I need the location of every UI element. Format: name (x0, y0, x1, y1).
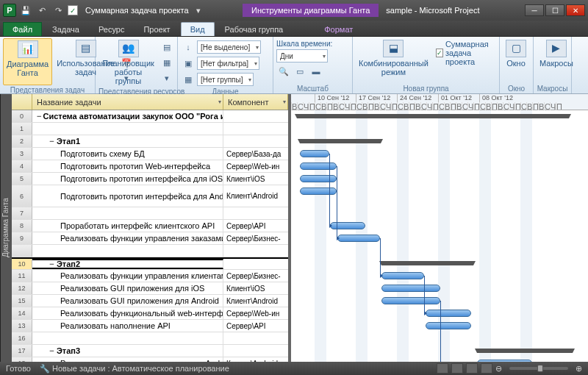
task-name-cell[interactable]: Подготовить прототип Web-интерфейса (32, 160, 223, 172)
zoom-out-button[interactable]: ⊖ (495, 364, 502, 374)
row-number[interactable]: 1 (12, 123, 32, 135)
row-number[interactable]: 10 (12, 259, 32, 269)
component-cell[interactable]: Клиент\iOS (223, 282, 288, 294)
task-bar[interactable] (300, 150, 329, 157)
row-number[interactable]: 2 (12, 135, 32, 147)
component-cell[interactable]: Сервер\Web-ин (223, 160, 288, 172)
row-number[interactable]: 14 (12, 307, 32, 319)
component-cell[interactable]: Клиент\iOS (223, 173, 288, 185)
summary-bar[interactable] (297, 114, 569, 118)
tab-view[interactable]: Вид (181, 22, 215, 36)
task-bar[interactable] (300, 175, 337, 182)
summary-bar[interactable] (477, 349, 573, 353)
task-bar[interactable] (300, 162, 337, 170)
col-header-component[interactable]: Компонент▾ (223, 94, 288, 110)
close-button[interactable]: ✕ (566, 4, 585, 16)
zoom-icon[interactable]: 🔍 (276, 64, 291, 79)
view-shortcut-2[interactable] (451, 363, 463, 374)
qat-customize-icon[interactable]: ▾ (192, 4, 205, 17)
component-cell[interactable]: Сервер\Бизнес- (223, 232, 288, 244)
tab-file[interactable]: Файл (3, 22, 42, 36)
task-name-cell[interactable]: −Этап2 (32, 259, 223, 269)
macros-button[interactable]: ▶Макросы (537, 38, 576, 84)
task-name-cell[interactable]: −Этап1 (32, 135, 223, 147)
other-res-views-icon[interactable]: ▾ (159, 71, 174, 85)
component-cell[interactable]: Сервер\Web-ин (223, 307, 288, 319)
task-bar[interactable] (300, 188, 337, 195)
component-cell[interactable] (223, 207, 288, 219)
row-number[interactable]: 0 (12, 110, 32, 122)
tab-task[interactable]: Задача (43, 23, 88, 36)
row-number[interactable]: 5 (12, 173, 32, 185)
component-cell[interactable]: Сервер\База-да (223, 148, 288, 160)
highlight-combo[interactable]: [Не выделено] (197, 40, 261, 54)
component-cell[interactable] (223, 245, 288, 257)
component-cell[interactable]: Клиент\Android (223, 295, 288, 307)
task-bar[interactable] (330, 222, 365, 229)
view-shortcut-3[interactable] (466, 363, 478, 374)
task-bar[interactable] (381, 272, 424, 279)
component-cell[interactable] (223, 123, 288, 135)
team-planner-button[interactable]: 👥 Планировщик работы группы (98, 38, 158, 87)
summary-bar[interactable] (381, 261, 473, 265)
task-name-cell[interactable]: Реализовать функции управления клиентами (32, 270, 223, 282)
resource-usage-icon[interactable]: ▤ (159, 40, 174, 54)
component-cell[interactable]: Сервер\Бизнес- (223, 270, 288, 282)
filter-combo[interactable]: [Нет фильтра] (197, 57, 259, 70)
qat-redo-icon[interactable]: ↷ (51, 4, 65, 17)
col-header-name[interactable]: Название задачи▾ (32, 94, 223, 110)
zoom-in-button[interactable]: ⊕ (576, 364, 582, 374)
task-name-cell[interactable]: Реализовать функции управления заказами (32, 232, 223, 244)
task-name-cell[interactable]: Реализовать GUI приложения для Android (32, 295, 223, 307)
task-bar[interactable] (381, 297, 440, 304)
task-bar[interactable] (426, 310, 471, 317)
task-name-cell[interactable] (32, 332, 223, 344)
task-bar[interactable] (337, 235, 380, 242)
component-cell[interactable]: Сервер\API (223, 320, 288, 332)
row-number[interactable]: 7 (12, 207, 32, 219)
combination-mode-button[interactable]: ⬓ Комбинированный режим (356, 38, 431, 84)
task-name-cell[interactable] (32, 207, 223, 219)
task-name-cell[interactable]: Проработать интерфейс клиентского API (32, 220, 223, 232)
row-number[interactable]: 12 (12, 282, 32, 294)
tab-format[interactable]: Формат (315, 23, 362, 36)
resource-sheet-icon[interactable]: ▦ (159, 55, 174, 70)
task-name-cell[interactable]: Подготовить прототип интерфейса для iOS (32, 173, 223, 185)
tab-project[interactable]: Проект (135, 23, 179, 36)
component-cell[interactable] (223, 332, 288, 344)
component-cell[interactable] (223, 110, 288, 122)
component-cell[interactable]: Сервер\API (223, 220, 288, 232)
task-name-cell[interactable]: Подготовить прототип интерфейса для Andr… (32, 185, 223, 207)
component-cell[interactable]: Клиент\Android (223, 185, 288, 207)
view-bar-label[interactable]: Диаграмма Ганта (0, 94, 12, 362)
summary-task-checkbox[interactable]: ✓Суммарная задача проекта (436, 40, 496, 66)
task-bar[interactable] (381, 285, 440, 292)
zoom-selected-icon[interactable]: ▬ (309, 64, 323, 79)
maximize-button[interactable]: ☐ (545, 4, 564, 16)
component-cell[interactable] (223, 135, 288, 147)
zoom-entire-icon[interactable]: ▭ (293, 64, 307, 79)
group-combo[interactable]: [Нет группы] (197, 73, 254, 86)
task-name-cell[interactable] (32, 123, 223, 135)
task-name-cell[interactable] (32, 245, 223, 257)
view-shortcut-1[interactable] (437, 363, 448, 374)
row-number[interactable]: 17 (12, 345, 32, 357)
component-cell[interactable] (223, 345, 288, 357)
tables-icon[interactable]: ▦ (181, 72, 196, 87)
row-header-corner[interactable] (12, 94, 32, 110)
window-button[interactable]: ▢Окно (503, 38, 529, 84)
summary-bar[interactable] (300, 139, 381, 143)
row-number[interactable]: 4 (12, 160, 32, 172)
task-bar[interactable] (426, 322, 471, 329)
qat-checkbox[interactable]: ✓ (68, 5, 78, 15)
row-number[interactable]: 15 (12, 295, 32, 307)
row-number[interactable]: 3 (12, 148, 32, 160)
minimize-button[interactable]: ─ (525, 4, 544, 16)
row-number[interactable] (12, 245, 32, 257)
view-shortcut-4[interactable] (481, 363, 492, 374)
gantt-chart-button[interactable]: 📊 Диаграмма Ганта (3, 38, 52, 85)
row-number[interactable]: 9 (12, 232, 32, 244)
zoom-slider[interactable] (509, 367, 568, 370)
timescale-combo[interactable]: Дни (276, 49, 328, 63)
tab-resource[interactable]: Ресурс (90, 23, 133, 36)
